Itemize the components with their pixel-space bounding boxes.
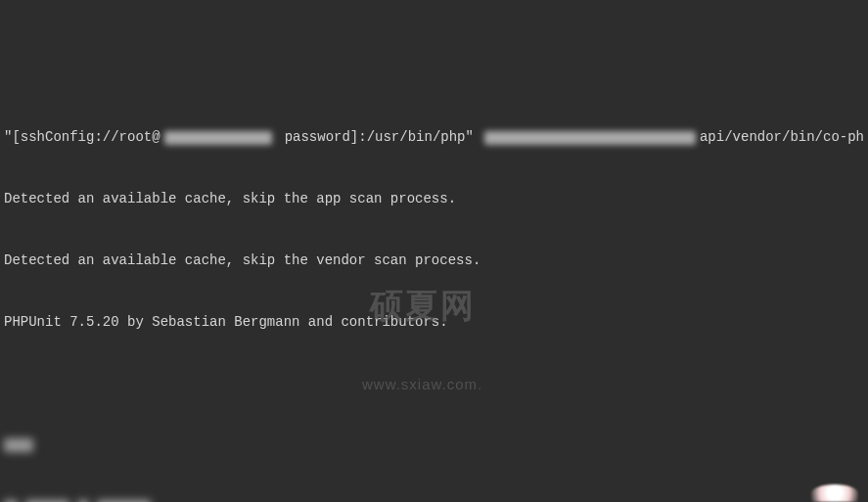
prompt-suffix: api/vendor/bin/co-ph [700,127,864,148]
output-line-2: Detected an available cache, skip the ve… [4,251,864,271]
redacted-row-2 [4,497,864,502]
blank-line [4,374,864,394]
terminal-output[interactable]: "[sshConfig://root@ password]:/usr/bin/p… [0,82,868,502]
prompt-middle: password]:/usr/bin/php" [276,127,474,148]
output-line-3: PHPUnit 7.5.20 by Sebastian Bergmann and… [4,312,864,333]
redacted-path [484,131,696,145]
redacted-host [164,131,273,145]
redacted-row-1 [4,435,864,456]
command-prompt-line: "[sshConfig://root@ password]:/usr/bin/p… [4,127,864,148]
prompt-prefix: "[sshConfig://root@ [4,127,160,148]
output-line-1: Detected an available cache, skip the ap… [4,189,864,209]
corner-decoration [811,484,858,502]
